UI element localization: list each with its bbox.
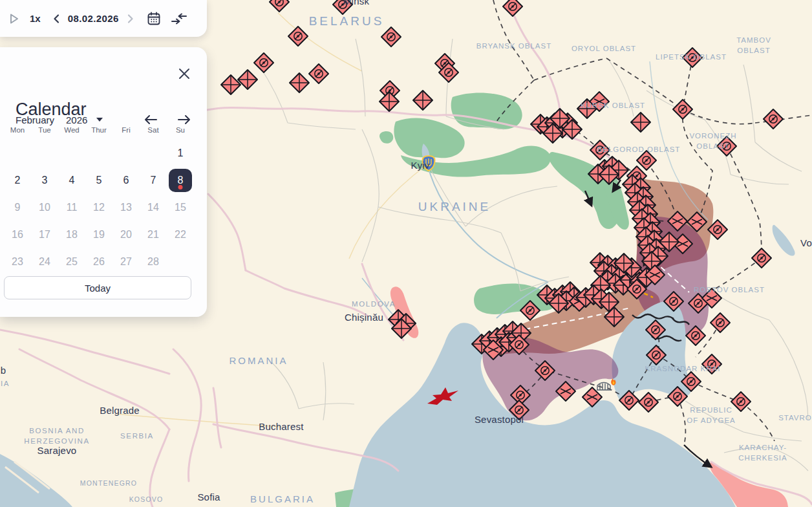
calendar-day[interactable]: 7	[140, 167, 167, 194]
play-button[interactable]	[6, 12, 21, 26]
weekday-label: Fri	[112, 126, 140, 134]
next-day-button[interactable]	[124, 13, 136, 25]
weekday-label: Sat	[140, 126, 167, 134]
calendar-day: 12	[85, 194, 112, 221]
weekday-label: Mon	[4, 126, 31, 134]
chevron-left-icon	[51, 13, 63, 25]
prev-month-button[interactable]	[144, 114, 158, 125]
calendar-day[interactable]: 8	[167, 167, 194, 194]
calendar-day: 15	[167, 194, 194, 221]
calendar-day: 11	[58, 194, 85, 221]
calendar-day: 19	[85, 221, 112, 248]
calendar-day[interactable]: 5	[85, 167, 112, 194]
today-button[interactable]: Today	[4, 276, 191, 299]
play-icon	[6, 12, 21, 26]
calendar-day: 28	[140, 248, 167, 275]
close-button[interactable]	[177, 67, 191, 81]
calendar-day[interactable]: 1	[167, 140, 194, 167]
weekday-header-row: MonTueWedThurFriSatSu	[4, 126, 194, 134]
calendar-day: 25	[58, 248, 85, 275]
close-icon	[177, 67, 191, 81]
calendar-day: 20	[112, 221, 140, 248]
arrow-right-icon	[177, 114, 191, 125]
calendar-day: 18	[58, 221, 85, 248]
chevron-right-icon	[124, 13, 136, 25]
calendar-day: 9	[4, 194, 31, 221]
calendar-day: 23	[4, 248, 31, 275]
weekday-label: Tue	[31, 126, 58, 134]
calendar-day: 22	[167, 221, 194, 248]
chevron-down-icon	[96, 118, 103, 122]
calendar-icon	[146, 11, 162, 27]
weekday-label: Thur	[85, 126, 112, 134]
calendar-day: 14	[140, 194, 167, 221]
calendar-day: 27	[112, 248, 140, 275]
prev-day-button[interactable]	[51, 13, 63, 25]
month-label: February	[16, 114, 54, 125]
calendar-day: 13	[112, 194, 140, 221]
calendar-toggle-button[interactable]	[146, 11, 162, 27]
playback-toolbar: 1x 08.02.2026	[0, 0, 207, 37]
calendar-panel: Calendar February 2026	[0, 47, 207, 317]
calendar-day[interactable]: 2	[4, 167, 31, 194]
year-label: 2026	[66, 114, 87, 125]
compare-arrows-icon	[171, 12, 187, 25]
weekday-label: Su	[167, 126, 194, 134]
calendar-day: 17	[31, 221, 58, 248]
calendar-day[interactable]: 6	[112, 167, 140, 194]
calendar-day: 16	[4, 221, 31, 248]
calendar-day-grid: 1234567891011121314151617181920212223242…	[4, 140, 194, 275]
month-dropdown[interactable]	[96, 118, 103, 122]
compare-dates-button[interactable]	[171, 12, 187, 25]
current-date-label: 08.02.2026	[68, 13, 119, 24]
weekday-label: Wed	[58, 126, 85, 134]
calendar-day: 24	[31, 248, 58, 275]
speed-label: 1x	[30, 13, 41, 24]
calendar-day: 10	[31, 194, 58, 221]
arrow-left-icon	[144, 114, 158, 125]
next-month-button[interactable]	[177, 114, 191, 125]
selected-day-dot	[178, 185, 183, 189]
calendar-day[interactable]: 3	[31, 167, 58, 194]
calendar-day[interactable]: 4	[58, 167, 85, 194]
month-selector-row: February 2026	[16, 112, 194, 127]
app-screen: BELARUSUKRAINEROMANIABULGARIAMOLDOVASERB…	[0, 0, 812, 507]
calendar-day: 21	[140, 221, 167, 248]
calendar-day: 26	[85, 248, 112, 275]
